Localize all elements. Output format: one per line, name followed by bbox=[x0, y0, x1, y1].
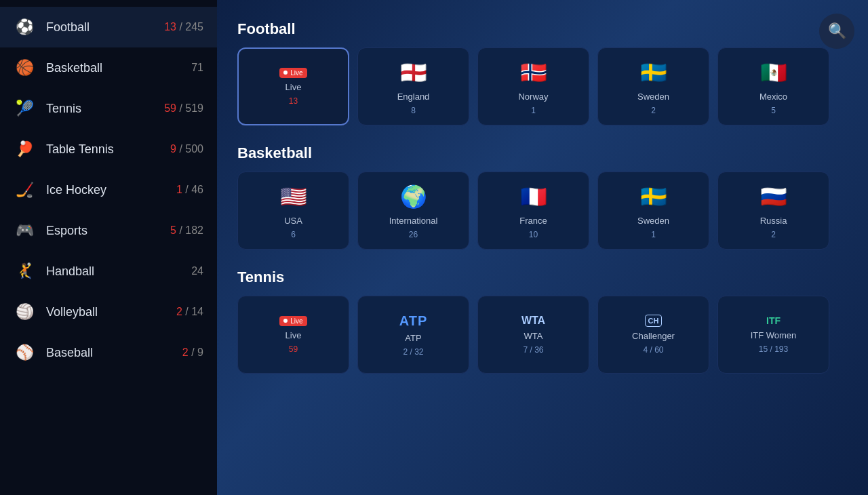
card-france[interactable]: 🇫🇷France10 bbox=[477, 172, 589, 250]
sidebar-item-ice-hockey[interactable]: 🏒Ice Hockey1 / 46 bbox=[0, 170, 217, 210]
flag-england: 🏴󠁧󠁢󠁥󠁮󠁧󠁿 bbox=[399, 58, 429, 87]
sport-count-esports: 5 / 182 bbox=[170, 224, 203, 237]
challenger-logo: CH bbox=[645, 315, 663, 327]
card-count-sweden2: 1 bbox=[651, 230, 656, 239]
sport-name-football: Football bbox=[46, 20, 153, 35]
section-title-football: Football bbox=[237, 20, 848, 38]
flag-norway: 🇳🇴 bbox=[519, 58, 549, 87]
live-dot bbox=[283, 319, 288, 323]
sidebar-item-baseball[interactable]: ⚾Baseball2 / 9 bbox=[0, 332, 217, 373]
sidebar-item-handball[interactable]: 🤾Handball24 bbox=[0, 251, 217, 292]
card-england[interactable]: 🏴󠁧󠁢󠁥󠁮󠁧󠁿England8 bbox=[357, 47, 469, 125]
live-num-esports: 5 bbox=[170, 224, 176, 236]
wta-logo: WTA bbox=[521, 315, 545, 327]
card-norway[interactable]: 🇳🇴Norway1 bbox=[477, 47, 589, 125]
card-count-mexico: 5 bbox=[771, 106, 776, 115]
sport-count-baseball: 2 / 9 bbox=[182, 346, 203, 359]
main-content: Football LiveLive13🏴󠁧󠁢󠁥󠁮󠁧󠁿England8🇳🇴Norw… bbox=[217, 0, 868, 495]
sidebar-item-table-tennis[interactable]: 🏓Table Tennis9 / 500 bbox=[0, 129, 217, 170]
atp-logo: ATP bbox=[399, 313, 428, 329]
flag-france: 🇫🇷 bbox=[519, 182, 549, 212]
card-label-usa: USA bbox=[284, 216, 302, 226]
section-football: Football LiveLive13🏴󠁧󠁢󠁥󠁮󠁧󠁿England8🇳🇴Norw… bbox=[237, 20, 848, 125]
basketball-icon: 🏀 bbox=[14, 57, 35, 79]
sport-count-ice-hockey: 1 / 46 bbox=[176, 184, 203, 196]
section-basketball: Basketball🇺🇸USA6🌍International26🇫🇷France… bbox=[237, 144, 848, 250]
flag-usa: 🇺🇸 bbox=[279, 182, 309, 212]
live-dot bbox=[283, 71, 288, 75]
card-label-russia: Russia bbox=[760, 216, 787, 226]
card-itf-women[interactable]: ITFITF Women15 / 193 bbox=[717, 296, 829, 374]
section-tennis: Tennis LiveLive59ATPATP2 / 32WTAWTA7 / 3… bbox=[237, 269, 848, 374]
card-label-mexico: Mexico bbox=[760, 92, 787, 102]
card-usa[interactable]: 🇺🇸USA6 bbox=[237, 172, 349, 250]
card-label-sweden: Sweden bbox=[637, 92, 669, 102]
football-icon: ⚽ bbox=[14, 16, 35, 38]
card-label-live: Live bbox=[285, 82, 302, 92]
card-count-live: 13 bbox=[289, 96, 298, 106]
card-sweden2[interactable]: 🇸🇪Sweden1 bbox=[597, 172, 709, 250]
live-num-football: 13 bbox=[164, 21, 176, 33]
card-mexico[interactable]: 🇲🇽Mexico5 bbox=[717, 47, 829, 125]
live-num-tennis: 59 bbox=[164, 102, 176, 114]
card-count-itf-women: 15 / 193 bbox=[759, 344, 788, 354]
sport-name-basketball: Basketball bbox=[46, 61, 180, 75]
card-live[interactable]: LiveLive13 bbox=[237, 47, 349, 125]
card-wta[interactable]: WTAWTA7 / 36 bbox=[477, 296, 589, 374]
live-num-ice-hockey: 1 bbox=[176, 184, 182, 195]
card-label-challenger: Challenger bbox=[632, 331, 675, 341]
ice-hockey-icon: 🏒 bbox=[14, 179, 35, 201]
sport-count-tennis: 59 / 519 bbox=[164, 102, 203, 115]
sport-name-ice-hockey: Ice Hockey bbox=[46, 183, 165, 197]
card-count-norway: 1 bbox=[531, 106, 536, 115]
sport-count-football: 13 / 245 bbox=[164, 21, 203, 33]
card-russia[interactable]: 🇷🇺Russia2 bbox=[717, 172, 829, 250]
live-badge-live-tennis: Live bbox=[279, 316, 307, 326]
sport-name-volleyball: Volleyball bbox=[46, 305, 165, 319]
card-label-norway: Norway bbox=[518, 92, 548, 102]
search-button[interactable]: 🔍 bbox=[819, 14, 854, 49]
esports-icon: 🎮 bbox=[14, 220, 35, 241]
card-sweden[interactable]: 🇸🇪Sweden2 bbox=[597, 47, 709, 125]
card-count-england: 8 bbox=[411, 106, 416, 115]
sidebar-item-esports[interactable]: 🎮Esports5 / 182 bbox=[0, 210, 217, 251]
card-count-russia: 2 bbox=[771, 230, 776, 239]
section-title-basketball: Basketball bbox=[237, 144, 848, 162]
sidebar-item-tennis[interactable]: 🎾Tennis59 / 519 bbox=[0, 88, 217, 129]
table-tennis-icon: 🏓 bbox=[14, 138, 35, 160]
cards-row-football: LiveLive13🏴󠁧󠁢󠁥󠁮󠁧󠁿England8🇳🇴Norway1🇸🇪Swed… bbox=[237, 47, 848, 125]
card-count-france: 10 bbox=[529, 230, 538, 239]
live-num-baseball: 2 bbox=[182, 346, 189, 358]
sidebar-item-football[interactable]: ⚽Football13 / 245 bbox=[0, 7, 217, 47]
cards-row-tennis: LiveLive59ATPATP2 / 32WTAWTA7 / 36CHChal… bbox=[237, 296, 848, 374]
sport-count-basketball: 71 bbox=[191, 62, 203, 74]
sidebar: ⚽Football13 / 245🏀Basketball71🎾Tennis59 … bbox=[0, 0, 217, 495]
card-atp[interactable]: ATPATP2 / 32 bbox=[357, 296, 469, 374]
sport-name-handball: Handball bbox=[46, 264, 180, 279]
live-num-table-tennis: 9 bbox=[170, 143, 176, 155]
itf-logo: ITF bbox=[766, 315, 781, 326]
sidebar-item-volleyball[interactable]: 🏐Volleyball2 / 14 bbox=[0, 292, 217, 332]
sport-count-handball: 24 bbox=[191, 265, 203, 277]
flag-sweden: 🇸🇪 bbox=[639, 58, 669, 87]
card-count-wta: 7 / 36 bbox=[523, 345, 543, 355]
baseball-icon: ⚾ bbox=[14, 342, 35, 363]
card-label-atp: ATP bbox=[405, 333, 421, 343]
card-count-challenger: 4 / 60 bbox=[643, 345, 663, 355]
card-live-tennis[interactable]: LiveLive59 bbox=[237, 296, 349, 374]
sport-name-esports: Esports bbox=[46, 224, 159, 238]
card-label-sweden2: Sweden bbox=[637, 216, 669, 226]
sport-count-volleyball: 2 / 14 bbox=[176, 306, 203, 318]
sidebar-item-basketball[interactable]: 🏀Basketball71 bbox=[0, 47, 217, 88]
card-international[interactable]: 🌍International26 bbox=[357, 172, 469, 250]
sport-name-baseball: Baseball bbox=[46, 346, 172, 360]
cards-row-basketball: 🇺🇸USA6🌍International26🇫🇷France10🇸🇪Sweden… bbox=[237, 172, 848, 250]
card-count-international: 26 bbox=[409, 230, 418, 239]
flag-international: 🌍 bbox=[399, 182, 429, 212]
card-count-sweden: 2 bbox=[651, 106, 656, 115]
sport-name-table-tennis: Table Tennis bbox=[46, 142, 159, 157]
card-count-usa: 6 bbox=[291, 230, 296, 239]
card-challenger[interactable]: CHChallenger4 / 60 bbox=[597, 296, 709, 374]
flag-russia: 🇷🇺 bbox=[759, 182, 789, 212]
live-badge-live: Live bbox=[279, 68, 307, 78]
